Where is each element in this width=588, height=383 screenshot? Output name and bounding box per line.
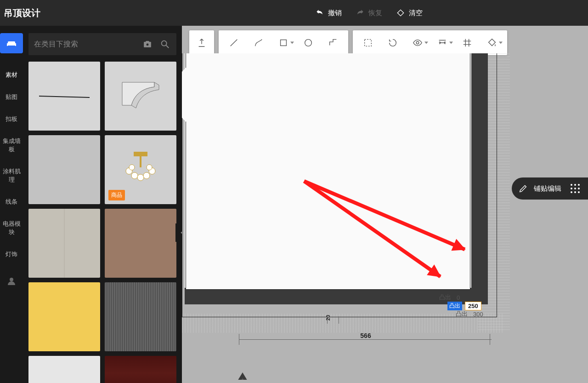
asset-tile[interactable] <box>28 209 100 278</box>
svg-rect-4 <box>134 152 147 156</box>
svg-rect-15 <box>365 40 372 46</box>
line-thumb-icon <box>39 94 90 98</box>
tab-xiantiao[interactable]: 线条 <box>0 192 23 212</box>
align-icon <box>437 38 447 48</box>
search-row <box>28 33 176 55</box>
asset-tile[interactable] <box>28 356 100 383</box>
tab-dianqi[interactable]: 电器模块 <box>0 214 23 242</box>
tool-rotate-button[interactable] <box>380 30 405 55</box>
redo-icon <box>356 8 365 17</box>
marquee-icon <box>363 38 373 48</box>
annotation-row: 凸出 300 <box>456 310 486 318</box>
tab-tietu[interactable]: 贴图 <box>0 87 23 107</box>
clear-button[interactable]: 清空 <box>396 8 423 17</box>
asset-tile[interactable] <box>105 62 176 131</box>
svg-rect-13 <box>281 40 287 46</box>
asset-tile[interactable] <box>28 62 100 131</box>
asset-tile[interactable] <box>28 135 100 204</box>
tool-rect-button[interactable] <box>271 30 296 55</box>
history-actions: 撤销 恢复 清空 <box>315 8 423 17</box>
dimension-bottom-value: 566 <box>357 332 373 339</box>
annotation-value-active[interactable]: 250 <box>465 302 481 310</box>
tab-tuliao[interactable]: 涂料肌理 <box>0 162 23 189</box>
grid-icon <box>462 38 472 48</box>
search-input[interactable] <box>34 40 136 48</box>
camera-button[interactable] <box>141 38 153 50</box>
lamp-thumb-icon <box>115 149 166 190</box>
undo-label: 撤销 <box>328 9 342 17</box>
svg-point-8 <box>137 174 144 181</box>
redo-label: 恢复 <box>368 9 382 17</box>
toolbar-group-shapes <box>219 30 348 55</box>
tool-curve-button[interactable] <box>246 30 271 55</box>
user-button[interactable] <box>6 276 17 287</box>
svg-point-0 <box>146 43 149 46</box>
rotate-icon <box>388 38 398 48</box>
svg-point-9 <box>143 172 150 179</box>
tool-grid-button[interactable] <box>455 30 480 55</box>
tool-visibility-button[interactable] <box>405 30 430 55</box>
user-icon <box>6 276 17 287</box>
annotation-label-tag: 凸出 <box>447 302 462 310</box>
eye-icon <box>413 38 423 48</box>
tool-marquee-button[interactable] <box>356 30 380 55</box>
chevron-down-icon <box>290 42 294 44</box>
tool-line-button[interactable] <box>221 30 246 55</box>
undo-icon <box>315 8 324 17</box>
toolbar-group-export <box>189 30 214 55</box>
export-button[interactable] <box>192 30 211 55</box>
clear-label: 清空 <box>409 9 423 17</box>
product-badge: 商品 <box>108 190 125 200</box>
polyline-icon <box>328 38 338 48</box>
asset-tile[interactable] <box>28 282 100 351</box>
svg-point-14 <box>305 40 312 46</box>
canvas[interactable]: 铺贴编辑 凸出 0 凸出 250 凸出 300 20 <box>182 26 588 383</box>
tool-circle-button[interactable] <box>296 30 321 55</box>
chevron-down-icon <box>499 42 503 44</box>
svg-point-1 <box>162 41 167 46</box>
circle-icon <box>303 38 313 48</box>
search-button[interactable] <box>159 38 171 50</box>
tool-polyline-button[interactable] <box>321 30 345 55</box>
asset-grid[interactable]: 商品 <box>28 62 176 383</box>
annotation-label: 凸出 <box>456 310 468 318</box>
curve-icon <box>254 38 264 48</box>
annotation-row: 凸出 0 <box>439 293 463 302</box>
svg-point-7 <box>131 172 138 179</box>
annotation-value: 300 <box>470 310 486 318</box>
tool-align-button[interactable] <box>430 30 455 55</box>
svg-line-2 <box>166 46 169 48</box>
asset-panel: 商品 <box>23 26 182 383</box>
camera-icon <box>142 39 153 49</box>
undo-button[interactable]: 撤销 <box>315 8 342 17</box>
annotation-row-active[interactable]: 凸出 250 <box>447 302 481 310</box>
line-icon <box>229 38 239 48</box>
annotation-value: 0 <box>454 294 463 302</box>
orientation-indicator <box>232 372 254 380</box>
search-icon <box>160 39 170 49</box>
tab-dengshi[interactable]: 灯饰 <box>0 245 23 264</box>
plan-view[interactable]: 凸出 0 凸出 250 凸出 300 20 566 <box>182 53 588 380</box>
tool-fill-button[interactable] <box>480 30 504 55</box>
tab-jicheng[interactable]: 集成墙板 <box>0 131 23 159</box>
svg-point-12 <box>147 165 152 170</box>
canvas-toolbar <box>182 30 588 55</box>
tab-kouban[interactable]: 扣板 <box>0 109 23 129</box>
asset-tile[interactable] <box>105 356 176 383</box>
clear-icon <box>396 8 405 17</box>
left-nav: 素材 贴图 扣板 集成墙板 涂料肌理 线条 电器模块 灯饰 <box>0 26 23 383</box>
nav-home[interactable] <box>0 33 23 53</box>
toolbar-group-view <box>353 30 507 55</box>
svg-point-16 <box>416 41 419 44</box>
asset-tile[interactable]: 商品 <box>105 135 176 204</box>
rect-icon <box>278 38 288 48</box>
svg-point-11 <box>129 165 135 170</box>
top-bar: 吊顶设计 撤销 恢复 清空 <box>0 0 588 26</box>
asset-tile[interactable] <box>105 282 176 351</box>
tab-sucai[interactable]: 素材 <box>0 65 23 85</box>
svg-marker-3 <box>39 96 90 98</box>
annotation-label: 凸出 <box>439 293 451 302</box>
redo-button[interactable]: 恢复 <box>356 8 382 17</box>
asset-tile[interactable] <box>105 209 176 278</box>
chevron-down-icon <box>449 42 453 44</box>
